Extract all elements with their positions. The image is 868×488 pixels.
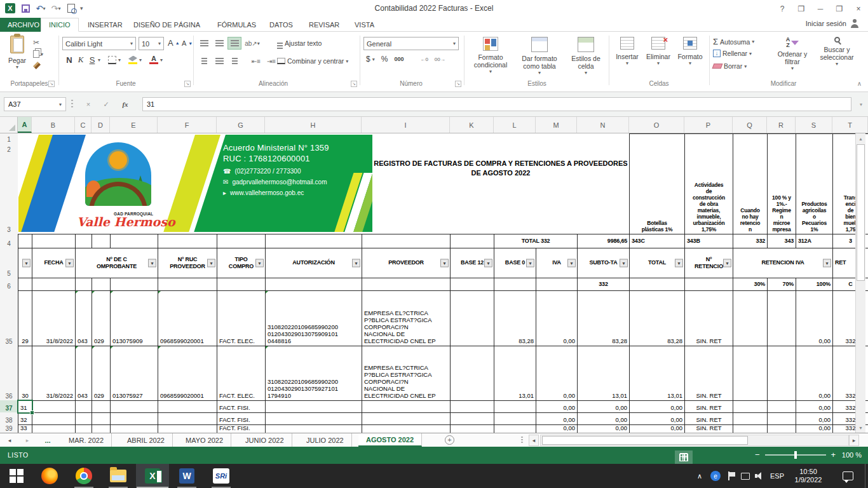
cell[interactable]: BASE 0▾	[494, 248, 536, 278]
cell[interactable]	[110, 412, 158, 425]
new-sheet-button[interactable]: +	[445, 435, 454, 445]
cell[interactable]	[536, 278, 578, 291]
underline-dropdown[interactable]: ▾	[98, 57, 100, 63]
filter-button[interactable]: ▾	[22, 259, 31, 268]
filter-button[interactable]: ▾	[484, 259, 492, 268]
cell[interactable]: 043	[75, 290, 92, 346]
tray-display-icon[interactable]	[738, 464, 752, 488]
cell[interactable]: 013075927	[110, 346, 158, 401]
cell[interactable]: 029	[92, 346, 111, 401]
cell[interactable]	[450, 424, 494, 433]
fill-color-button[interactable]	[128, 56, 137, 64]
taskbar-sri[interactable]: SRi	[205, 464, 238, 488]
vertical-scroll-thumb[interactable]	[857, 144, 865, 281]
expand-formula-bar-button[interactable]: ▾	[854, 97, 868, 111]
underline-button[interactable]: S	[86, 55, 98, 65]
cell[interactable]	[92, 400, 111, 413]
cell[interactable]	[450, 412, 494, 425]
cell-styles-button[interactable]: Estilos de celda ▾	[566, 37, 606, 76]
sign-in-link[interactable]: Iniciar sesión	[806, 19, 859, 28]
clipboard-dialog-launcher[interactable]: ↘	[48, 81, 55, 87]
cell[interactable]: 0,00	[577, 412, 630, 425]
cell[interactable]: FACT. ELEC.	[217, 346, 266, 401]
percent-format-button[interactable]: %	[381, 55, 388, 64]
zoom-slider[interactable]	[765, 454, 826, 456]
cell[interactable]	[265, 412, 362, 425]
tab-revisar[interactable]: REVISAR	[301, 18, 347, 32]
cell[interactable]: 0,00	[796, 346, 833, 401]
align-top-button[interactable]	[197, 37, 211, 50]
cell[interactable]: 0968599020001	[158, 290, 217, 346]
borders-dropdown[interactable]: ▾	[118, 57, 121, 63]
filter-button[interactable]: ▾	[352, 259, 360, 268]
tray-language[interactable]: ESP	[768, 464, 787, 488]
formula-bar-splitter[interactable]	[71, 100, 73, 109]
row-header-1[interactable]: 1	[0, 133, 18, 144]
cell[interactable]: BASE 12▾	[450, 248, 494, 278]
cell[interactable]	[684, 278, 733, 291]
cell[interactable]	[450, 234, 494, 248]
cell[interactable]	[32, 234, 76, 248]
cell[interactable]: 0,00	[629, 412, 685, 425]
sheet-tab-mayo-2022[interactable]: MAYO 2022	[178, 433, 231, 447]
cell[interactable]	[75, 278, 92, 291]
tab-inicio[interactable]: INICIO	[41, 18, 79, 32]
fill-color-dropdown[interactable]: ▾	[139, 57, 142, 63]
column-header-N[interactable]: N	[577, 117, 629, 133]
cell[interactable]	[110, 234, 158, 248]
scroll-up-arrow[interactable]: ▴	[856, 133, 865, 144]
cell[interactable]: 0,00	[536, 412, 578, 425]
tab-scroll-splitter[interactable]	[521, 437, 523, 444]
merge-center-button[interactable]: Combinar y centrar▾	[277, 57, 348, 65]
cell[interactable]: PROVEEDOR▾	[362, 248, 451, 278]
decrease-decimal-button[interactable]: 00→	[435, 57, 445, 62]
column-header-K[interactable]: K	[450, 117, 494, 133]
cell[interactable]	[362, 424, 451, 433]
cell[interactable]: 29	[18, 290, 32, 346]
column-header-M[interactable]: M	[536, 117, 577, 133]
tab-formulas[interactable]: FÓRMULAS	[210, 18, 264, 32]
formula-input[interactable]: 31	[142, 97, 851, 111]
sheet-tab-julio-2022[interactable]: JULIO 2022	[299, 433, 352, 447]
cell[interactable]	[158, 424, 217, 433]
cell[interactable]	[733, 346, 768, 401]
cell[interactable]	[75, 234, 92, 248]
sheet-tab-junio-2022[interactable]: JUNIO 2022	[238, 433, 292, 447]
comma-format-button[interactable]: 000	[394, 56, 403, 62]
cell[interactable]: TOTAL 332	[494, 234, 578, 248]
cell[interactable]: 312A	[796, 234, 833, 248]
taskbar-chrome[interactable]	[67, 464, 100, 488]
copy-button[interactable]: ▾	[33, 48, 43, 60]
cell[interactable]: FACT. ELEC.	[217, 290, 266, 346]
align-right-button[interactable]	[227, 55, 241, 67]
minimize-button[interactable]: ─	[811, 0, 830, 18]
cell[interactable]	[217, 278, 266, 291]
cell[interactable]	[110, 278, 158, 291]
cell[interactable]	[362, 234, 451, 248]
cell[interactable]	[18, 234, 32, 248]
cell[interactable]: 343B	[684, 234, 733, 248]
font-color-dropdown[interactable]: ▾	[160, 57, 163, 63]
cell[interactable]: 3108202201096859902000120430290130759091…	[265, 290, 362, 346]
cell[interactable]: 31/8/2022	[32, 290, 76, 346]
cell[interactable]: 13,01	[494, 346, 536, 401]
cell[interactable]	[32, 278, 76, 291]
cell[interactable]: 0,00	[796, 290, 833, 346]
filter-button[interactable]: ▾	[207, 259, 215, 268]
page-break-view-button[interactable]	[675, 451, 693, 464]
cell[interactable]	[494, 424, 536, 433]
cell[interactable]: 3108202201096859902000120430290130759271…	[265, 346, 362, 401]
tray-defender-flag-icon[interactable]	[724, 464, 738, 488]
cell[interactable]	[32, 400, 76, 413]
cell[interactable]: SIN. RET	[684, 290, 733, 346]
tab-datos[interactable]: DATOS	[262, 18, 301, 32]
cell[interactable]	[629, 278, 685, 291]
cell[interactable]: AUTORIZACIÓN▾	[265, 248, 362, 278]
column-header-I[interactable]: I	[362, 117, 450, 133]
column-header-B[interactable]: B	[32, 117, 75, 133]
column-header-Q[interactable]: Q	[733, 117, 767, 133]
cell[interactable]	[450, 400, 494, 413]
column-header-A[interactable]: A	[18, 117, 32, 133]
maximize-button[interactable]: ❐	[830, 0, 849, 18]
cell[interactable]: 83,28	[494, 290, 536, 346]
